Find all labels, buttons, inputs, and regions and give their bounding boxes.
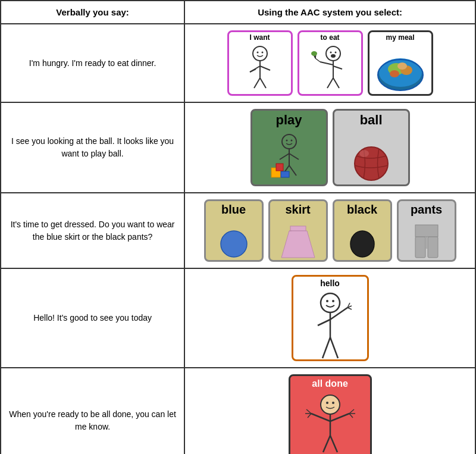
svg-line-32 bbox=[280, 154, 289, 159]
verbal-text-3: It's time to get dressed. Do you want to… bbox=[1, 193, 184, 268]
svg-point-62 bbox=[321, 395, 340, 414]
card-iwant-label: I want bbox=[229, 32, 291, 43]
svg-line-74 bbox=[323, 436, 330, 452]
table-row: I see you looking at the ball. It looks … bbox=[1, 102, 475, 193]
card-hello[interactable]: hello bbox=[292, 275, 369, 361]
svg-point-36 bbox=[286, 140, 288, 142]
card-blue-image bbox=[206, 218, 262, 260]
svg-line-6 bbox=[260, 78, 266, 88]
svg-line-71 bbox=[349, 409, 354, 414]
svg-point-8 bbox=[261, 52, 263, 54]
aac-cards-4: hello bbox=[184, 268, 475, 368]
header-aac: Using the AAC system you select: bbox=[184, 1, 475, 24]
svg-line-59 bbox=[318, 320, 330, 325]
card-alldone-image bbox=[290, 392, 370, 454]
card-play-label: play bbox=[252, 111, 326, 130]
card-black[interactable]: black bbox=[333, 199, 392, 262]
card-black-label: black bbox=[334, 201, 390, 218]
svg-line-60 bbox=[322, 337, 330, 358]
card-mymeal-label: my meal bbox=[369, 32, 431, 43]
svg-point-16 bbox=[311, 51, 317, 56]
svg-line-69 bbox=[308, 414, 311, 418]
svg-line-66 bbox=[311, 414, 330, 421]
card-hello-image bbox=[293, 290, 367, 361]
card-skirt-image bbox=[270, 218, 326, 260]
svg-point-20 bbox=[330, 52, 331, 54]
svg-line-61 bbox=[330, 337, 338, 358]
svg-point-63 bbox=[326, 402, 328, 404]
table-row: Hello! It's good to see you today hello bbox=[1, 268, 475, 368]
card-pants-image bbox=[399, 218, 455, 260]
card-iwant-image bbox=[229, 43, 291, 94]
card-hello-label: hello bbox=[293, 277, 367, 290]
svg-line-18 bbox=[327, 78, 333, 88]
svg-point-64 bbox=[332, 402, 334, 404]
svg-point-52 bbox=[326, 300, 328, 302]
aac-cards-1: I want bbox=[184, 24, 475, 102]
svg-point-27 bbox=[397, 62, 407, 70]
card-pants[interactable]: pants bbox=[397, 199, 456, 262]
svg-line-58 bbox=[347, 308, 352, 309]
svg-line-75 bbox=[330, 436, 337, 452]
svg-line-55 bbox=[330, 308, 347, 320]
svg-point-30 bbox=[282, 134, 296, 149]
card-skirt[interactable]: skirt bbox=[268, 199, 328, 262]
aac-cards-3: blue skirt bbox=[184, 193, 475, 268]
svg-line-11 bbox=[320, 62, 333, 65]
svg-point-22 bbox=[331, 54, 336, 58]
svg-point-46 bbox=[350, 231, 374, 257]
svg-line-33 bbox=[289, 154, 299, 159]
aac-cards-5: all done bbox=[184, 368, 475, 454]
card-pants-label: pants bbox=[399, 201, 455, 218]
card-play[interactable]: play bbox=[250, 109, 328, 186]
svg-point-0 bbox=[253, 46, 267, 61]
svg-line-19 bbox=[333, 78, 339, 88]
svg-rect-47 bbox=[415, 225, 438, 237]
svg-point-9 bbox=[326, 46, 340, 61]
svg-point-51 bbox=[321, 293, 340, 312]
svg-line-35 bbox=[289, 165, 296, 176]
card-alldone-label: all done bbox=[290, 376, 370, 392]
verbal-text-4: Hello! It's good to see you today bbox=[1, 268, 184, 368]
card-black-image bbox=[334, 218, 390, 260]
card-iwant[interactable]: I want bbox=[227, 30, 293, 96]
svg-point-53 bbox=[332, 300, 334, 302]
svg-line-3 bbox=[250, 69, 256, 72]
card-play-image bbox=[252, 130, 326, 184]
verbal-text-1: I'm hungry. I'm ready to eat dinner. bbox=[1, 24, 184, 102]
card-toeat-label: to eat bbox=[299, 32, 361, 43]
card-ball[interactable]: ball bbox=[333, 109, 410, 186]
svg-rect-40 bbox=[276, 164, 283, 171]
svg-rect-45 bbox=[290, 226, 306, 231]
svg-line-70 bbox=[330, 414, 349, 421]
svg-line-4 bbox=[260, 66, 270, 70]
card-mymeal-image bbox=[369, 43, 431, 94]
svg-point-21 bbox=[334, 52, 336, 54]
svg-line-17 bbox=[333, 66, 342, 69]
svg-rect-39 bbox=[281, 171, 289, 177]
table-row: It's time to get dressed. Do you want to… bbox=[1, 193, 475, 268]
svg-line-73 bbox=[349, 414, 353, 418]
svg-line-67 bbox=[306, 409, 311, 414]
card-ball-label: ball bbox=[334, 111, 408, 130]
svg-point-37 bbox=[291, 140, 293, 142]
aac-cards-2: play bbox=[184, 102, 475, 193]
card-mymeal[interactable]: my meal bbox=[368, 30, 433, 96]
header-verbal: Verbally you say: bbox=[1, 1, 184, 24]
card-skirt-label: skirt bbox=[270, 201, 326, 218]
card-blue-label: blue bbox=[206, 201, 262, 218]
card-alldone[interactable]: all done bbox=[289, 374, 372, 454]
card-toeat[interactable]: to eat bbox=[298, 30, 363, 96]
table-row: When you're ready to be all done, you ca… bbox=[1, 368, 475, 454]
svg-point-28 bbox=[390, 70, 399, 77]
verbal-text-2: I see you looking at the ball. It looks … bbox=[1, 102, 184, 193]
table-row: I'm hungry. I'm ready to eat dinner. I w… bbox=[1, 24, 475, 102]
svg-point-44 bbox=[221, 231, 247, 257]
svg-point-43 bbox=[359, 150, 369, 157]
svg-line-12 bbox=[315, 58, 320, 62]
svg-point-7 bbox=[256, 52, 258, 54]
card-ball-image bbox=[334, 130, 408, 184]
card-toeat-image bbox=[299, 43, 361, 94]
svg-rect-48 bbox=[415, 237, 425, 258]
card-blue[interactable]: blue bbox=[204, 199, 264, 262]
